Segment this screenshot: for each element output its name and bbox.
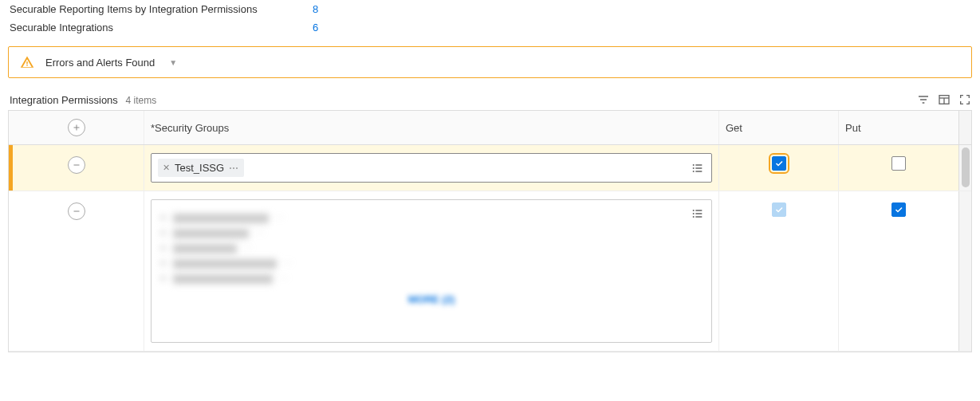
- table-body: ✕ Test_ISSG ⋯: [9, 145, 971, 352]
- svg-point-5: [693, 171, 695, 172]
- put-cell: [839, 191, 958, 351]
- get-header: Get: [719, 111, 839, 144]
- row-action-cell: [9, 191, 144, 351]
- get-checkbox[interactable]: [772, 202, 786, 217]
- items-count: 4 items: [125, 95, 156, 106]
- integration-permissions-table: *Security Groups Get Put ✕ Test_ISSG ⋯: [8, 110, 972, 352]
- more-link[interactable]: MORE (2): [159, 293, 703, 305]
- summary-value-link[interactable]: 8: [313, 3, 318, 15]
- security-groups-input[interactable]: ✕ Test_ISSG ⋯: [151, 153, 712, 183]
- table-row: ✕ Test_ISSG ⋯: [9, 145, 971, 191]
- summary-label: Securable Integrations: [10, 22, 313, 33]
- filter-icon[interactable]: [916, 92, 931, 107]
- get-cell: [719, 191, 839, 351]
- security-groups-header: *Security Groups: [144, 111, 719, 144]
- svg-point-4: [693, 167, 695, 169]
- svg-point-6: [693, 210, 695, 211]
- get-checkbox[interactable]: [772, 156, 786, 171]
- table-title: Integration Permissions: [10, 94, 118, 106]
- redacted-chip: ✕⋯: [159, 213, 703, 223]
- summary-label: Securable Reporting Items by Integration…: [10, 3, 313, 15]
- remove-row-button[interactable]: [68, 156, 85, 174]
- put-checkbox[interactable]: [891, 156, 906, 171]
- redacted-chip: ✕⋯: [159, 273, 703, 284]
- security-group-chip[interactable]: ✕ Test_ISSG ⋯: [158, 159, 244, 177]
- put-checkbox[interactable]: [891, 202, 906, 217]
- remove-row-button[interactable]: [68, 202, 85, 220]
- table-column-header-row: *Security Groups Get Put: [9, 111, 971, 145]
- columns-icon[interactable]: [937, 92, 951, 107]
- redacted-chip: ✕⋯: [159, 258, 703, 269]
- security-groups-cell: ✕⋯ ✕⋯ ✕⋯ ✕⋯ ✕⋯ MORE (2): [144, 191, 719, 351]
- add-row-button[interactable]: [68, 119, 85, 136]
- errors-alert-banner[interactable]: Errors and Alerts Found ▼: [8, 46, 972, 78]
- chip-more-icon[interactable]: ⋯: [229, 163, 239, 174]
- fullscreen-icon[interactable]: [958, 92, 972, 107]
- get-cell: [719, 145, 839, 191]
- chip-label: Test_ISSG: [175, 162, 224, 174]
- remove-chip-icon[interactable]: ✕: [163, 163, 170, 173]
- scrollbar-track[interactable]: [958, 145, 971, 191]
- put-cell: [839, 145, 958, 191]
- list-picker-icon[interactable]: [691, 161, 705, 175]
- security-groups-input[interactable]: ✕⋯ ✕⋯ ✕⋯ ✕⋯ ✕⋯ MORE (2): [151, 199, 712, 343]
- put-header: Put: [839, 111, 958, 144]
- alert-text: Errors and Alerts Found: [45, 57, 155, 69]
- scrollbar-gutter: [958, 111, 971, 144]
- svg-point-3: [693, 164, 695, 166]
- table-header-bar: Integration Permissions 4 items: [0, 88, 980, 110]
- chip-container: ✕ Test_ISSG ⋯: [158, 159, 691, 177]
- warning-icon: [20, 55, 34, 69]
- summary-row-integrations: Securable Integrations 6: [0, 18, 980, 37]
- table-row: ✕⋯ ✕⋯ ✕⋯ ✕⋯ ✕⋯ MORE (2): [9, 191, 971, 352]
- table-toolbar: [916, 92, 972, 107]
- add-column-header: [9, 111, 144, 144]
- summary-value-link[interactable]: 6: [313, 22, 318, 33]
- summary-row-reporting-items: Securable Reporting Items by Integration…: [0, 0, 980, 18]
- scrollbar-thumb[interactable]: [962, 147, 970, 187]
- redacted-chip: ✕⋯: [159, 228, 703, 238]
- chevron-down-icon[interactable]: ▼: [169, 58, 177, 67]
- scrollbar-track[interactable]: [958, 191, 971, 351]
- security-groups-cell: ✕ Test_ISSG ⋯: [144, 145, 719, 191]
- redacted-chip: ✕⋯: [159, 243, 703, 254]
- row-action-cell: [9, 145, 144, 191]
